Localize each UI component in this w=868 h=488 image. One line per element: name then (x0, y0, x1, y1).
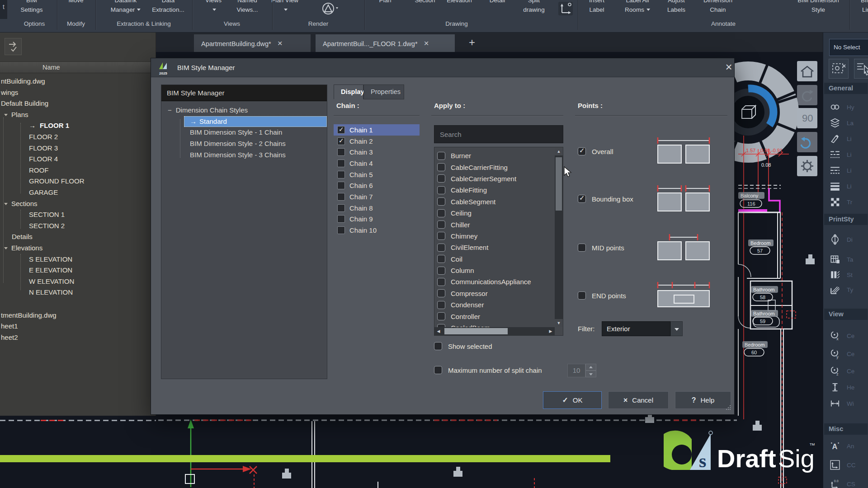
apply-to-item[interactable]: Column (437, 265, 554, 276)
tree-item[interactable]: SECTION 2 (0, 221, 156, 232)
checkbox[interactable] (337, 171, 345, 178)
collapse-icon[interactable]: − (168, 106, 172, 114)
filter-dropdown[interactable]: Exterior (602, 321, 670, 336)
bounding-box-checkbox-row[interactable]: ✓ Bounding box (578, 195, 633, 203)
ribbon-item-datalink-manager[interactable]: DatalinkManager (111, 0, 141, 14)
tree-item[interactable]: wings (0, 87, 156, 99)
ribbon-item-split-drawing[interactable]: Splitdrawing (523, 0, 544, 14)
split-view-axes-icon[interactable] (557, 1, 574, 18)
checkbox[interactable] (437, 301, 445, 309)
checkbox[interactable]: ✓ (578, 195, 586, 203)
select-entities-button[interactable] (829, 59, 849, 79)
end-points-checkbox-row[interactable]: END points (578, 291, 626, 300)
apply-to-item[interactable]: Controller (437, 310, 554, 322)
property-width[interactable]: Wi (830, 398, 854, 409)
property-style[interactable]: St (830, 269, 853, 281)
chain-item[interactable]: Chain 7 (334, 191, 420, 202)
apply-to-item[interactable]: Burner (437, 150, 554, 161)
new-tab-button[interactable]: + (465, 36, 479, 50)
scroll-down-icon[interactable]: ▼ (555, 319, 563, 327)
property-annotation[interactable]: A An (830, 440, 854, 452)
tree-item[interactable]: Plans (0, 109, 156, 121)
section-misc[interactable]: Misc (824, 423, 868, 435)
checkbox[interactable] (437, 267, 445, 275)
section-printstyle[interactable]: PrintSty (824, 214, 868, 225)
checkbox[interactable] (437, 197, 445, 206)
chain-item[interactable]: Chain 9 (334, 214, 420, 225)
checkbox[interactable] (337, 193, 345, 201)
property-layer[interactable]: La (830, 117, 854, 129)
tab-properties[interactable]: Properties (363, 84, 404, 99)
help-button[interactable]: ?Help (675, 391, 731, 409)
tree-item[interactable]: Default Building (0, 98, 156, 109)
scroll-left-icon[interactable]: ◀ (434, 327, 443, 335)
ribbon-item-adjust-labels[interactable]: AdjustLabels (667, 0, 685, 14)
checkbox[interactable] (437, 232, 445, 240)
ribbon-item-elevation[interactable]: Elevation (447, 0, 472, 5)
checkbox[interactable] (437, 209, 445, 217)
ribbon-item-bim-settings[interactable]: BIMSettings (21, 0, 43, 14)
property-display[interactable]: Di (830, 234, 853, 245)
ribbon-item-bim-line-clipped[interactable]: BIMLin (861, 0, 868, 14)
ribbon-item-data-extraction[interactable]: DataExtraction... (152, 0, 184, 14)
scrollbar-thumb[interactable] (444, 328, 508, 334)
tree-item[interactable]: Details (0, 231, 156, 243)
apply-to-list[interactable]: Burner CableCarrierFitting CableCarrierS… (434, 147, 563, 336)
ribbon-item-label-all-rooms[interactable]: Label AllRooms (625, 0, 650, 14)
style-tree-item[interactable]: BIM Dimension Style - 2 Chains (184, 138, 327, 150)
property-center-y[interactable]: y Ce (830, 348, 854, 360)
checkbox[interactable] (437, 174, 445, 183)
checkbox[interactable] (437, 186, 445, 194)
checkbox[interactable] (337, 204, 345, 212)
close-icon[interactable]: × (278, 34, 283, 52)
chain-item[interactable]: Chain 1 (334, 124, 420, 136)
max-split-chain-row[interactable]: Maximum number of split chain (434, 366, 542, 374)
checkbox[interactable] (337, 160, 345, 167)
checkbox[interactable] (437, 312, 445, 320)
tree-item[interactable]: Elevations (0, 243, 156, 254)
apply-to-item[interactable]: CivilElement (437, 242, 554, 253)
tree-item[interactable]: heet1 (0, 321, 156, 332)
checkbox[interactable] (578, 244, 586, 252)
view-controls[interactable]: 90 (797, 61, 817, 176)
tree-item[interactable]: GARAGE (0, 187, 156, 198)
checkbox[interactable] (437, 255, 445, 263)
render-sphere-icon[interactable] (321, 2, 340, 17)
property-ccs[interactable]: CC (830, 459, 856, 471)
spinner-down-icon[interactable] (585, 371, 596, 377)
tree-item[interactable]: FLOOR 1 (0, 120, 156, 131)
show-selected-row[interactable]: Show selected (434, 342, 492, 350)
close-icon[interactable]: × (424, 34, 429, 52)
checkbox[interactable] (337, 148, 345, 156)
apply-to-item[interactable]: CableCarrierFitting (437, 161, 554, 173)
checkbox[interactable] (437, 221, 445, 229)
checkbox[interactable] (437, 278, 445, 286)
style-tree-item[interactable]: BIM Dimension Style - 3 Chains (184, 150, 327, 161)
property-height[interactable]: He (830, 381, 854, 393)
ribbon-item-bim-dimension-style[interactable]: BIM DimensionStyle (797, 0, 839, 14)
ribbon-item-insert-label[interactable]: InsertLabel (589, 0, 604, 14)
horizontal-scrollbar[interactable]: ◀ ▶ (434, 327, 555, 335)
tree-item[interactable]: S ELEVATION (0, 254, 156, 265)
apply-to-item[interactable]: CableFitting (437, 184, 554, 196)
cancel-button[interactable]: ×Cancel (608, 391, 669, 409)
ribbon-item-move[interactable]: Move (68, 0, 83, 5)
ribbon-item-views[interactable]: Views (205, 0, 222, 14)
tree-item[interactable]: FLOOR 3 (0, 143, 156, 154)
section-general[interactable]: General (824, 83, 868, 94)
apply-to-item[interactable]: Compressor (437, 288, 554, 299)
vertical-scrollbar[interactable]: ▲ ▼ (555, 147, 563, 327)
quick-select-button[interactable] (854, 59, 868, 79)
tree-item[interactable]: N ELEVATION (0, 287, 156, 298)
checkbox[interactable] (437, 289, 445, 297)
tree-item[interactable]: heet2 (0, 332, 156, 343)
checkbox[interactable] (434, 342, 442, 350)
tree-item[interactable]: FLOOR 4 (0, 154, 156, 165)
apply-to-item[interactable]: Chiller (437, 219, 554, 230)
ribbon-item-section[interactable]: Section (415, 0, 435, 5)
tree-column-header[interactable]: Name (0, 61, 156, 73)
dialog-title-bar[interactable]: 2025 BIM Style Manager × (151, 58, 734, 77)
checkbox[interactable] (437, 163, 445, 171)
tree-item[interactable]: SECTION 1 (0, 209, 156, 221)
tree-item[interactable]: GROUND FLOOR (0, 176, 156, 187)
